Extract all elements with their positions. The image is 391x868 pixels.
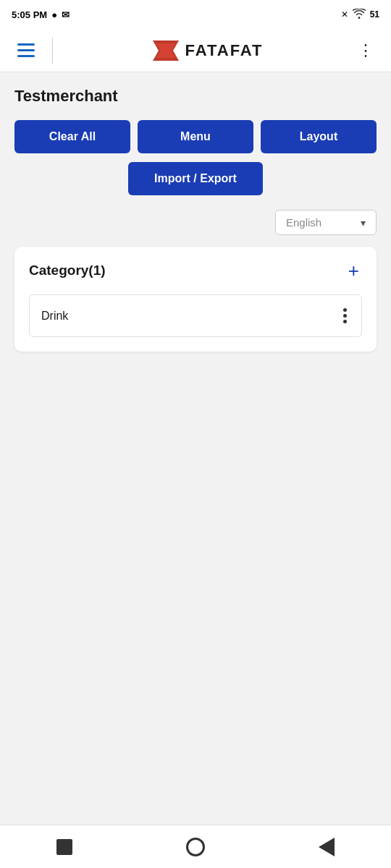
home-button[interactable]	[186, 838, 205, 856]
hamburger-line-2	[17, 49, 35, 51]
import-export-button[interactable]: Import / Export	[128, 162, 263, 195]
hamburger-line-1	[17, 43, 35, 46]
time-text: 5:05 PM	[12, 9, 47, 20]
action-buttons-row: Clear All Menu Layout	[14, 120, 377, 153]
recent-button[interactable]	[319, 838, 335, 856]
main-content: Testmerchant Clear All Menu Layout Impor…	[0, 72, 391, 366]
triangle-icon	[319, 838, 335, 856]
add-category-button[interactable]: +	[345, 261, 362, 280]
top-nav: FATAFAT ⋮	[0, 29, 391, 72]
category-title: Category(1)	[29, 263, 106, 278]
category-item[interactable]: Drink	[29, 294, 362, 337]
dot-2	[343, 314, 347, 318]
category-item-more-button[interactable]	[340, 305, 350, 326]
back-button[interactable]	[56, 839, 72, 855]
status-time: 5:05 PM ● ✉	[12, 9, 70, 20]
layout-button[interactable]: Layout	[261, 120, 377, 153]
nav-divider	[52, 38, 53, 64]
language-label: English	[286, 216, 321, 229]
hamburger-line-3	[17, 55, 35, 57]
bottom-nav	[0, 825, 391, 868]
dot-3	[343, 320, 347, 323]
chevron-down-icon: ▾	[361, 217, 366, 229]
category-header: Category(1) +	[29, 261, 362, 280]
brand-logo: FATAFAT	[64, 41, 352, 61]
signal-icon: ●	[51, 9, 57, 20]
circle-icon	[186, 838, 205, 856]
menu-button[interactable]: Menu	[138, 120, 253, 153]
language-selector-row: English ▾	[14, 210, 377, 235]
category-card: Category(1) + Drink	[14, 247, 377, 352]
hamburger-button[interactable]	[12, 38, 41, 63]
more-options-button[interactable]: ⋮	[352, 37, 379, 64]
brand-icon	[153, 41, 179, 61]
wifi-icon	[353, 9, 366, 21]
square-icon	[56, 839, 72, 855]
mail-icon: ✉	[62, 9, 70, 20]
language-select[interactable]: English ▾	[275, 210, 377, 235]
category-items-list: Drink	[29, 294, 362, 337]
status-bar: 5:05 PM ● ✉ ✕ 51	[0, 0, 391, 29]
battery-indicator: 51	[370, 9, 379, 20]
status-indicators: ✕ 51	[341, 9, 379, 21]
clear-all-button[interactable]: Clear All	[14, 120, 130, 153]
battery-text: 51	[370, 9, 379, 20]
category-item-name: Drink	[41, 310, 68, 323]
x-icon: ✕	[341, 9, 348, 20]
dot-1	[343, 308, 347, 312]
brand-name-text: FATAFAT	[185, 41, 263, 60]
merchant-title: Testmerchant	[14, 87, 377, 106]
import-export-row: Import / Export	[14, 162, 377, 195]
